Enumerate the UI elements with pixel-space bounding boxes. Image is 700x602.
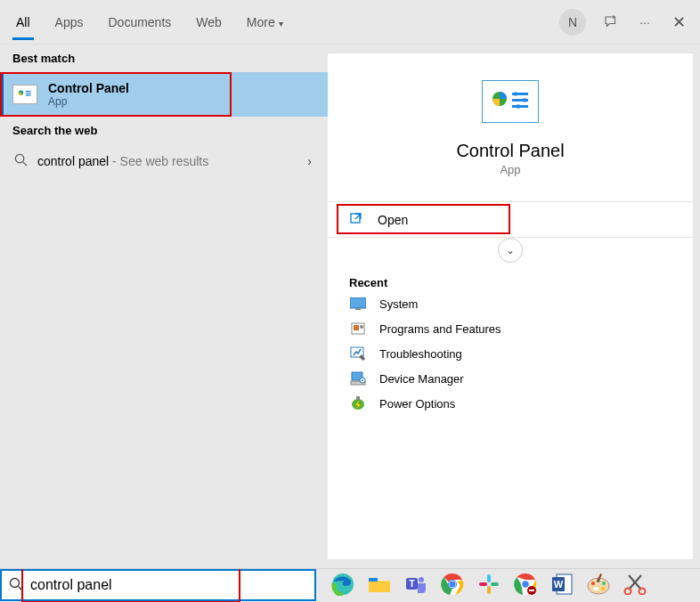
svg-point-58 [593, 587, 598, 590]
feedback-icon[interactable] [602, 13, 620, 31]
svg-point-47 [522, 581, 530, 589]
troubleshooting-icon [349, 346, 367, 361]
svg-line-31 [19, 586, 23, 590]
svg-point-7 [15, 154, 23, 162]
recent-item-label: Device Manager [379, 372, 464, 386]
svg-rect-19 [355, 308, 361, 310]
best-match-item[interactable]: Control Panel App [0, 72, 328, 117]
svg-point-27 [362, 379, 363, 381]
svg-rect-49 [529, 590, 534, 591]
recent-item-device-manager[interactable]: Device Manager [349, 371, 672, 386]
power-options-icon [349, 396, 367, 411]
tab-web[interactable]: Web [192, 3, 225, 42]
chevron-right-icon[interactable]: › [307, 154, 312, 168]
svg-point-30 [11, 578, 20, 587]
system-icon [349, 297, 367, 311]
selection-bar [0, 72, 4, 117]
paint-icon[interactable] [586, 572, 611, 597]
recent-list: System Programs and Features Troubleshoo… [349, 297, 672, 411]
web-hint: - See web results [109, 154, 208, 168]
tab-all[interactable]: All [12, 3, 34, 42]
taskbar-icons: T W [316, 569, 700, 597]
svg-point-13 [514, 92, 517, 95]
main: Best match Control Panel App Search the … [0, 45, 700, 568]
open-icon [349, 211, 367, 228]
detail-header: Control Panel App [328, 53, 693, 189]
teams-icon[interactable]: T [403, 572, 428, 597]
control-panel-icon-large [482, 80, 539, 123]
tabs: All Apps Documents Web More▾ [12, 0, 287, 44]
svg-point-62 [625, 589, 631, 595]
svg-point-37 [419, 577, 424, 582]
search-box[interactable] [0, 569, 316, 601]
best-match-text: Control Panel App [48, 81, 129, 108]
snipping-tool-icon[interactable] [623, 572, 647, 597]
recent-item-label: Power Options [379, 397, 455, 411]
search-input[interactable] [30, 577, 307, 593]
web-result-item[interactable]: control panel - See web results › [0, 144, 328, 178]
svg-point-54 [591, 582, 595, 585]
tab-apps[interactable]: Apps [52, 3, 87, 42]
control-panel-icon [12, 85, 37, 104]
svg-rect-45 [479, 582, 487, 586]
best-match-label: Best match [0, 45, 328, 72]
svg-text:T: T [409, 579, 414, 589]
recent-label: Recent [349, 276, 672, 289]
programs-icon [349, 321, 367, 336]
svg-rect-42 [487, 574, 491, 582]
avatar[interactable]: N [559, 9, 586, 36]
results-panel: Best match Control Panel App Search the … [0, 45, 328, 568]
svg-point-56 [602, 582, 606, 585]
best-match-subtitle: App [48, 95, 129, 108]
detail-panel: Control Panel App Open ⌄ Recent System [328, 53, 693, 559]
header-right: N ··· ✕ [559, 9, 688, 36]
svg-point-4 [27, 91, 28, 93]
expand-toggle[interactable]: ⌄ [498, 238, 523, 263]
chevron-down-icon: ⌄ [506, 244, 515, 256]
header-bar: All Apps Documents Web More▾ N ··· ✕ [0, 0, 700, 45]
recent-item-label: Troubleshooting [379, 347, 462, 361]
open-action[interactable]: Open [328, 202, 693, 237]
word-icon[interactable]: W [549, 572, 574, 597]
detail-title: Control Panel [342, 141, 679, 161]
device-manager-icon [349, 371, 367, 386]
search-icon [9, 577, 23, 594]
recent-item-label: System [379, 297, 418, 311]
more-options-icon[interactable]: ··· [636, 13, 654, 31]
slack-icon[interactable] [476, 572, 501, 597]
svg-rect-44 [487, 586, 491, 594]
svg-line-8 [22, 162, 26, 166]
search-web-label: Search the web [0, 117, 328, 144]
svg-rect-18 [350, 297, 366, 308]
chevron-down-icon: ▾ [279, 19, 283, 28]
recent-item-label: Programs and Features [379, 322, 501, 336]
taskbar: T W [0, 568, 700, 602]
recent-item-programs[interactable]: Programs and Features [349, 321, 672, 336]
svg-point-5 [29, 93, 31, 94]
svg-point-22 [360, 325, 363, 329]
chrome-canary-icon[interactable] [513, 572, 538, 597]
file-explorer-icon[interactable] [367, 572, 392, 597]
recent-item-power-options[interactable]: Power Options [349, 396, 672, 411]
svg-rect-16 [351, 214, 360, 223]
tab-more[interactable]: More▾ [243, 3, 287, 42]
search-icon [12, 153, 28, 169]
close-icon[interactable]: ✕ [670, 13, 688, 31]
edge-icon[interactable] [330, 572, 355, 597]
recent-item-system[interactable]: System [349, 297, 672, 311]
svg-rect-43 [491, 582, 499, 586]
svg-rect-29 [356, 396, 360, 400]
detail-subtitle: App [342, 163, 679, 176]
chrome-icon[interactable] [440, 572, 465, 597]
tab-documents[interactable]: Documents [104, 3, 175, 42]
svg-point-57 [601, 587, 605, 590]
svg-point-63 [639, 589, 646, 595]
recent-item-troubleshooting[interactable]: Troubleshooting [349, 346, 672, 361]
svg-text:W: W [554, 579, 564, 590]
svg-point-15 [517, 104, 520, 108]
open-label: Open [378, 213, 408, 227]
svg-rect-34 [369, 578, 378, 582]
expand-toggle-row: ⌄ [328, 237, 693, 262]
web-result-text: control panel - See web results [37, 154, 208, 168]
tab-more-label: More [247, 15, 275, 29]
